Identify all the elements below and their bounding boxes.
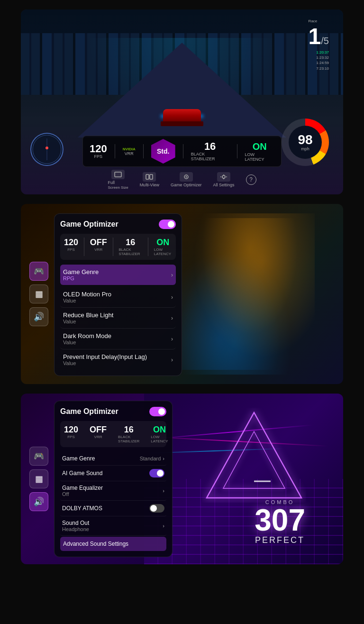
game-equalizer-title: Game Equalizer — [62, 485, 103, 491]
audio-game-genre-title: Game Genre — [62, 455, 95, 462]
optimizer-toggle[interactable] — [159, 220, 176, 229]
reduce-blue-light-chevron: › — [171, 315, 173, 321]
speed-value: 98 — [298, 133, 312, 147]
all-settings-action[interactable]: All Settings — [213, 172, 234, 187]
audio-icon: 🔊 — [34, 312, 44, 322]
screen-size-action[interactable]: FullScreen Size — [108, 170, 128, 190]
oled-motion-value: Value — [63, 298, 111, 303]
menu-fps-label: FPS — [67, 248, 75, 252]
speedometer: 98 mph — [282, 119, 329, 166]
game-optimizer-label: Game Optimizer — [171, 183, 202, 187]
audio-menu-game-genre[interactable]: Game Genre Standard › — [60, 452, 166, 466]
sound-out-title: Sound Out — [62, 520, 89, 526]
game-genre-title: Game Genre — [63, 268, 99, 275]
black-stabilizer-value: 16 — [204, 141, 216, 152]
dash-stats-row: 120 FPS NVIDIA VRR Std. 16 Black Stabili… — [82, 136, 282, 167]
menu-divider-2 — [113, 238, 113, 256]
fps-label: FPS — [94, 154, 103, 159]
dark-room-value: Value — [63, 340, 111, 345]
audio-menu-sound-out[interactable]: Sound Out Headphone › — [60, 516, 166, 536]
menu-ll-val: ON — [156, 238, 169, 248]
menu-bs-val: 16 — [126, 238, 135, 248]
dolby-atmos-title: DOLBY ATMOS — [62, 505, 102, 512]
race-pos-total: /5 — [321, 36, 329, 46]
game-equalizer-value: Off — [62, 491, 103, 497]
reduce-blue-light-value: Value — [63, 319, 113, 324]
svg-point-8 — [222, 175, 225, 178]
panel-game-optimizer-visual: 🎮 ▦ 🔊 Game Optimizer 120 FPS OFF VRR — [21, 204, 343, 384]
ai-game-sound-toggle[interactable] — [149, 469, 164, 477]
score-perfect-label: PERFECT — [255, 535, 305, 545]
low-latency-stat: ON Low Latency — [245, 141, 274, 162]
multi-view-action[interactable]: Multi-View — [140, 172, 159, 187]
car-body — [163, 109, 201, 122]
sound-out-value: Headphone — [62, 526, 89, 532]
audio-ll-stat: ON Low Latency — [151, 425, 168, 443]
audio-bs-stat: 16 Black Stabilizer — [118, 425, 139, 443]
menu-ll-label: Low Latency — [154, 248, 172, 256]
audio-menu-ai-game-sound[interactable]: AI Game Sound — [60, 466, 166, 481]
display3-icon: ▦ — [35, 474, 43, 484]
sidebar3-item-display[interactable]: ▦ — [29, 469, 48, 488]
audio3-icon: 🔊 — [34, 496, 44, 507]
sidebar-item-audio[interactable]: 🔊 — [29, 307, 48, 326]
audio-menu-header: Game Optimizer — [60, 407, 166, 416]
menu-item-input-lag[interactable]: Prevent Input Delay(Input Lag) Value › — [60, 349, 176, 370]
audio-fps-stat: 120 FPS — [64, 425, 78, 443]
sidebar3-item-gamepad[interactable]: 🎮 — [29, 447, 48, 466]
advanced-sound-title: Advanced Sound Settings — [63, 541, 128, 547]
audio-menu-game-equalizer[interactable]: Game Equalizer Off › — [60, 481, 166, 501]
menu-vrr-stat: OFF VRR — [90, 238, 107, 256]
dash-actions-row: FullScreen Size Multi-View Game Optimize… — [108, 170, 256, 190]
menu-fps-val: 120 — [64, 238, 78, 248]
menu-header: Game Optimizer — [60, 220, 176, 229]
menu-ll-stat: ON Low Latency — [154, 238, 172, 256]
screen-size-label: FullScreen Size — [108, 180, 128, 190]
divider-2 — [143, 144, 144, 158]
game-optimizer-action[interactable]: Game Optimizer — [171, 172, 202, 187]
speed-unit: mph — [301, 147, 309, 151]
svg-marker-13 — [207, 413, 301, 498]
menu-item-reduce-blue-light[interactable]: Reduce Blue Light Value › — [60, 308, 176, 329]
multi-view-label: Multi-View — [140, 183, 159, 187]
game-genre-value: RPG — [63, 275, 99, 281]
race-pos-number: 1 — [309, 25, 321, 48]
audio-game-genre-value: Standard — [140, 456, 161, 461]
fps-value: 120 — [90, 144, 107, 154]
menu-item-dark-room[interactable]: Dark Room Mode Value › — [60, 329, 176, 349]
menu-item-game-genre[interactable]: Game Genre RPG › — [60, 265, 176, 285]
menu-title: Game Optimizer — [60, 220, 118, 229]
neon-scene: COMBO 307 PERFECT — [144, 394, 343, 564]
multi-view-icon — [143, 172, 156, 182]
menu-fps-stat: 120 FPS — [64, 238, 78, 256]
optimizer-menu: Game Optimizer 120 FPS OFF VRR 16 Black … — [54, 213, 182, 376]
audio-fps-val: 120 — [64, 425, 78, 435]
help-icon: ? — [246, 174, 256, 185]
vrr-stat: NVIDIA VRR — [123, 147, 136, 156]
neon-triangle-container — [202, 408, 306, 505]
audio-optimizer-toggle[interactable] — [149, 407, 166, 416]
audio-vrr-val: OFF — [90, 425, 107, 435]
help-action[interactable]: ? — [246, 174, 256, 185]
side-nav-panel2: 🎮 ▦ 🔊 — [29, 262, 48, 326]
low-latency-value: ON — [253, 141, 267, 152]
input-lag-value: Value — [63, 360, 147, 366]
game-optimizer-icon — [180, 172, 193, 182]
mode-badge: Std. — [151, 139, 175, 164]
audio-ll-val: ON — [153, 425, 166, 435]
dark-room-chevron: › — [171, 336, 173, 342]
gamepad-icon: 🎮 — [34, 266, 44, 276]
audio-menu-dolby-atmos[interactable]: DOLBY ATMOS — [60, 501, 166, 516]
svg-rect-3 — [115, 172, 121, 177]
menu-stats-row: 120 FPS OFF VRR 16 Black Stabilizer ON L… — [60, 234, 176, 260]
menu-item-oled-motion[interactable]: OLED Motion Pro Value › — [60, 287, 176, 308]
audio-menu-advanced-sound[interactable]: Advanced Sound Settings — [60, 537, 166, 551]
dolby-atmos-toggle[interactable] — [149, 504, 164, 513]
sidebar-item-gamepad[interactable]: 🎮 — [29, 262, 48, 281]
oled-motion-title: OLED Motion Pro — [63, 291, 111, 298]
divider-4 — [237, 144, 237, 158]
sidebar-item-display[interactable]: ▦ — [29, 284, 48, 303]
sidebar3-item-audio[interactable]: 🔊 — [29, 492, 48, 511]
menu-bs-stat: 16 Black Stabilizer — [118, 238, 142, 256]
reduce-blue-light-title: Reduce Blue Light — [63, 312, 113, 319]
